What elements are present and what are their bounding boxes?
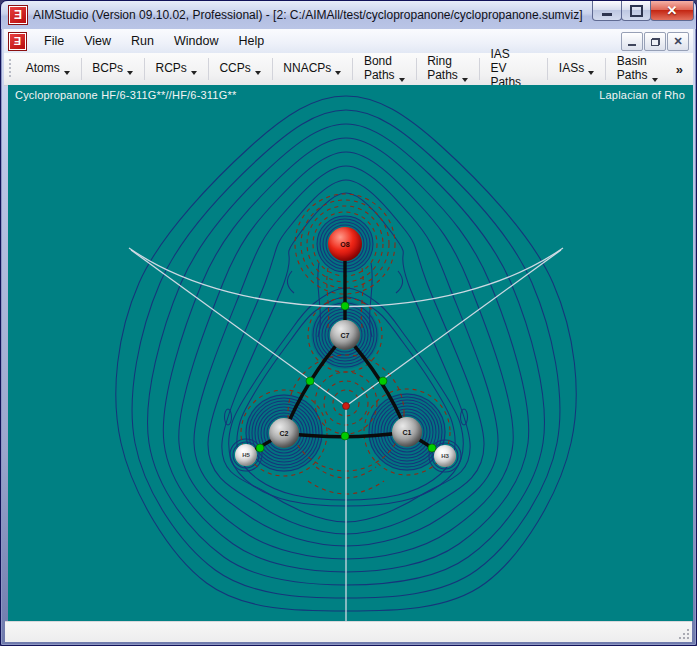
atom-label: C7 (341, 332, 350, 339)
plot-title: Cyclopropanone HF/6-311G**//HF/6-311G** (15, 89, 236, 101)
toolbar-button-label: NNACPs (283, 61, 331, 75)
atom-O8[interactable]: O8 (328, 227, 362, 261)
toolbar-overflow-chevron-icon[interactable]: » (666, 62, 693, 77)
app-icon-glyph: Ǝ (14, 9, 22, 21)
status-bar (5, 621, 692, 642)
toolbar-separator (352, 58, 353, 80)
atom-label: H3 (441, 453, 449, 459)
bcp-marker[interactable] (379, 377, 387, 385)
app-icon[interactable]: Ǝ (9, 6, 27, 24)
menu-help[interactable]: Help (228, 31, 274, 51)
atom-label: C1 (403, 429, 412, 436)
dropdown-arrow-icon (127, 71, 133, 75)
mdi-window-buttons: ✕ (621, 32, 689, 51)
atom-label: O8 (340, 241, 349, 248)
toolbar-separator (479, 58, 480, 80)
bcp-marker[interactable] (256, 444, 264, 452)
bcp-marker[interactable] (306, 377, 314, 385)
toolbar-button-label: IAS EV Paths (490, 47, 526, 89)
mdi-restore-icon (651, 38, 660, 46)
toolbar-button-label: CCPs (219, 61, 250, 75)
app-window: Ǝ AIMStudio (Version 09.10.02, Professio… (0, 0, 697, 646)
dropdown-arrow-icon (588, 71, 594, 75)
toolbar-button-label: Ring Paths (427, 54, 458, 82)
menu-file[interactable]: File (34, 31, 74, 51)
menu-view[interactable]: View (74, 31, 121, 51)
toolbar-separator (144, 58, 145, 80)
mdi-minimize-button[interactable] (621, 32, 643, 51)
toolbar-button-bond-paths[interactable]: Bond Paths (356, 50, 413, 88)
dropdown-arrow-icon (64, 71, 70, 75)
menu-bar: Ǝ File View Run Window Help ✕ (4, 29, 693, 54)
toolbar-button-label: Atoms (26, 61, 60, 75)
atom-H5[interactable]: H5 (235, 444, 257, 466)
dropdown-arrow-icon (652, 78, 658, 82)
dropdown-arrow-icon (335, 71, 341, 75)
toolbar-button-nnacps[interactable]: NNACPs (275, 57, 349, 81)
dropdown-arrow-icon (191, 71, 197, 75)
mdi-close-icon: ✕ (673, 36, 682, 47)
toolbar-button-ccps[interactable]: CCPs (211, 57, 268, 81)
caption-buttons: ✕ (593, 1, 694, 21)
toolbar-button-ring-paths[interactable]: Ring Paths (419, 50, 476, 88)
toolbar-button-atoms[interactable]: Atoms (18, 57, 78, 81)
bcp-marker[interactable] (341, 432, 349, 440)
toolbar-separator (605, 58, 606, 80)
resize-grip[interactable] (679, 629, 689, 639)
mdi-restore-button[interactable] (644, 32, 666, 51)
toolbar-button-label: RCPs (156, 61, 187, 75)
atom-label: H5 (242, 452, 250, 458)
toolbar-separator (272, 58, 273, 80)
laplacian-contour-plot (8, 85, 693, 621)
window-title: AIMStudio (Version 09.10.02, Professiona… (33, 8, 583, 22)
close-icon: ✕ (667, 4, 678, 17)
menu-window[interactable]: Window (164, 31, 228, 51)
toolbar-button-label: Bond Paths (364, 54, 395, 82)
close-button[interactable]: ✕ (650, 1, 694, 21)
atom-H3[interactable]: H3 (434, 445, 456, 467)
plot-mode-label: Laplacian of Rho (599, 89, 685, 101)
toolbar-separator (208, 58, 209, 80)
atom-label: C2 (280, 430, 289, 437)
minimize-icon (602, 13, 612, 16)
atom-C7[interactable]: C7 (330, 320, 360, 350)
document-icon-glyph: Ǝ (14, 36, 21, 47)
toolbar-separator (547, 58, 548, 80)
maximize-button[interactable] (621, 1, 651, 21)
toolbar-separator (416, 58, 417, 80)
toolbar-button-label: IASs (559, 61, 584, 75)
toolbar-button-iass[interactable]: IASs (551, 57, 602, 81)
viewport-canvas[interactable]: O8 C7 C2 C1 H5 H3 Cyclopropanone HF/6-31… (8, 85, 693, 621)
dropdown-arrow-icon (255, 71, 261, 75)
toolbar-button-label: BCPs (92, 61, 123, 75)
bcp-marker[interactable] (341, 302, 349, 310)
toolbar: Atoms BCPs RCPs CCPs NNACPs Bond Paths R… (4, 53, 693, 86)
toolbar-button-label: Basin Paths (617, 54, 648, 82)
minimize-button[interactable] (592, 1, 622, 21)
atom-C2[interactable]: C2 (269, 418, 299, 448)
toolbar-separator (81, 58, 82, 80)
maximize-icon (630, 5, 643, 17)
atom-C1[interactable]: C1 (392, 417, 422, 447)
mdi-close-button[interactable]: ✕ (667, 32, 689, 51)
toolbar-button-bcps[interactable]: BCPs (84, 57, 141, 81)
rcp-marker[interactable] (343, 403, 350, 410)
title-bar[interactable]: Ǝ AIMStudio (Version 09.10.02, Professio… (1, 1, 696, 29)
toolbar-button-rcps[interactable]: RCPs (148, 57, 205, 81)
menu-run[interactable]: Run (121, 31, 164, 51)
document-icon[interactable]: Ǝ (9, 33, 26, 50)
dropdown-arrow-icon (462, 78, 468, 82)
toolbar-grip[interactable] (9, 59, 11, 79)
toolbar-button-basin-paths[interactable]: Basin Paths (609, 50, 666, 88)
dropdown-arrow-icon (399, 78, 405, 82)
mdi-minimize-icon (628, 44, 636, 46)
